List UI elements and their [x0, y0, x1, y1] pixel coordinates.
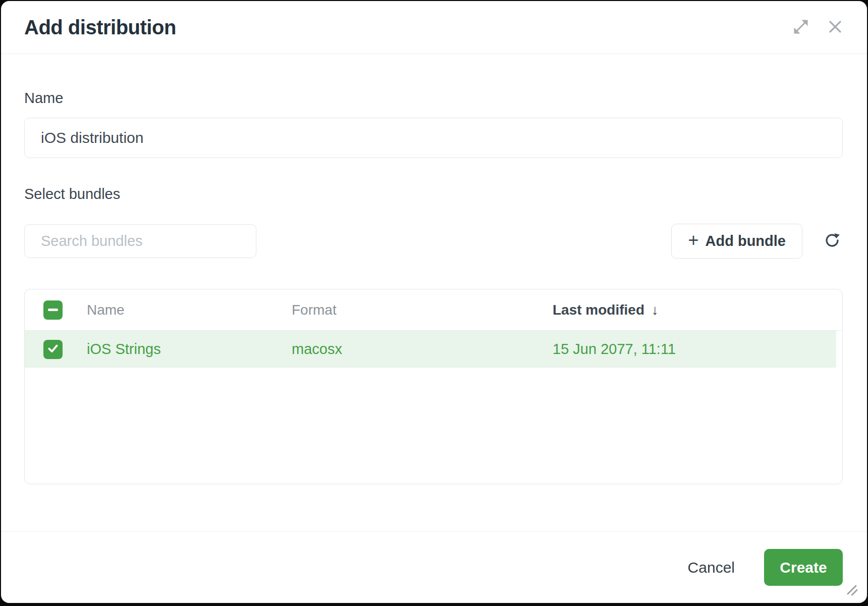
- cell-bundle-format: macosx: [292, 341, 553, 358]
- cell-bundle-name: iOS Strings: [87, 341, 292, 358]
- name-label: Name: [24, 90, 843, 106]
- close-button[interactable]: [826, 18, 845, 37]
- table-row[interactable]: iOS Strings macosx 15 Jun 2077, 11:11: [25, 331, 836, 368]
- row-checkbox[interactable]: [43, 340, 63, 359]
- expand-icon: [792, 18, 810, 37]
- select-all-checkbox[interactable]: [43, 300, 63, 320]
- add-distribution-dialog: Add distribution Name: [1, 1, 867, 603]
- dialog-footer: Cancel Create: [1, 531, 867, 603]
- bundles-table: Name Format Last modified ↓ iOS Strings …: [24, 289, 843, 484]
- resize-handle-icon: [845, 583, 859, 599]
- add-bundle-button[interactable]: + Add bundle: [671, 224, 802, 259]
- create-button[interactable]: Create: [764, 549, 843, 586]
- dialog-title: Add distribution: [24, 16, 176, 39]
- expand-button[interactable]: [791, 18, 810, 37]
- column-header-last-modified[interactable]: Last modified ↓: [553, 302, 842, 318]
- table-header-row: Name Format Last modified ↓: [25, 289, 842, 331]
- column-header-last-modified-label: Last modified: [553, 302, 644, 318]
- dialog-header: Add distribution: [1, 1, 867, 54]
- column-header-name[interactable]: Name: [87, 302, 292, 318]
- sort-desc-icon: ↓: [652, 302, 659, 318]
- dialog-header-actions: [791, 18, 845, 37]
- checkbox-checked-icon: [46, 342, 60, 357]
- refresh-icon: [823, 231, 841, 251]
- cancel-button[interactable]: Cancel: [688, 559, 735, 576]
- search-bundles-input[interactable]: [24, 224, 256, 258]
- close-icon: [827, 18, 844, 37]
- resize-handle[interactable]: [845, 584, 860, 599]
- dialog-body: Name Select bundles + Add bundle: [1, 54, 867, 531]
- bundles-controls: + Add bundle: [24, 224, 843, 259]
- select-bundles-label: Select bundles: [24, 186, 843, 201]
- column-header-format[interactable]: Format: [292, 302, 553, 318]
- bundles-controls-right: + Add bundle: [671, 224, 843, 259]
- refresh-button[interactable]: [822, 231, 843, 252]
- cell-bundle-last-modified: 15 Jun 2077, 11:11: [553, 341, 836, 358]
- checkbox-indeterminate-icon: [48, 309, 58, 311]
- add-bundle-label: Add bundle: [706, 233, 786, 249]
- distribution-name-input[interactable]: [24, 118, 843, 158]
- plus-icon: +: [688, 231, 698, 249]
